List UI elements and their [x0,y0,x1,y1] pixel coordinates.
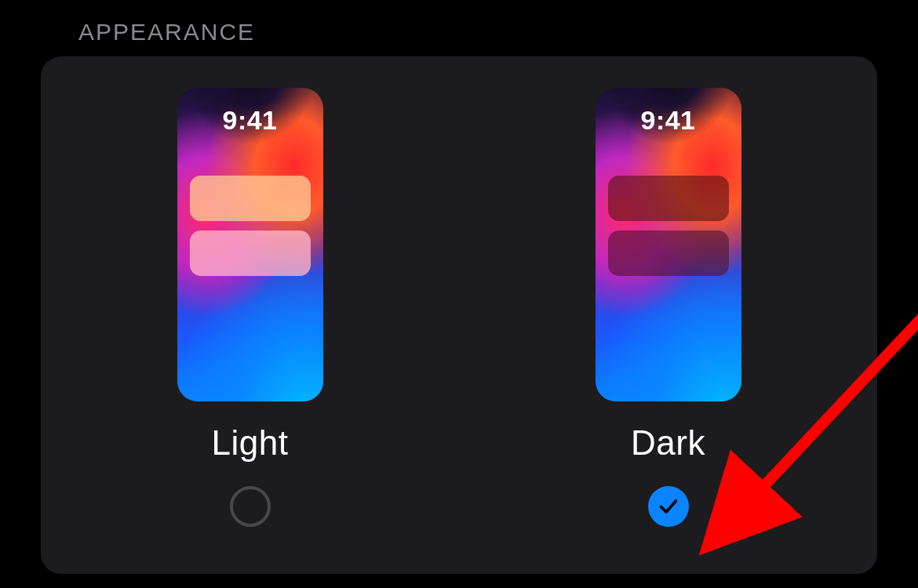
preview-widget [190,230,311,276]
preview-widgets-light [190,176,311,276]
radio-dark[interactable] [648,486,689,527]
preview-widgets-dark [608,176,729,276]
preview-widget [608,230,729,276]
phone-preview-dark: 9:41 [596,88,741,401]
section-header-appearance: APPEARANCE [0,0,918,56]
appearance-option-dark[interactable]: 9:41 Dark [459,88,877,527]
phone-preview-light: 9:41 [177,88,323,401]
radio-light[interactable] [230,486,271,527]
preview-time: 9:41 [596,105,741,136]
preview-time: 9:41 [177,105,323,136]
appearance-option-light[interactable]: 9:41 Light [41,88,459,527]
preview-widget [190,176,311,221]
appearance-option-label: Light [212,423,289,463]
appearance-option-label: Dark [631,423,705,463]
preview-widget [608,176,729,221]
appearance-panel: 9:41 Light 9:41 Dark [41,56,877,574]
checkmark-icon [658,495,679,517]
